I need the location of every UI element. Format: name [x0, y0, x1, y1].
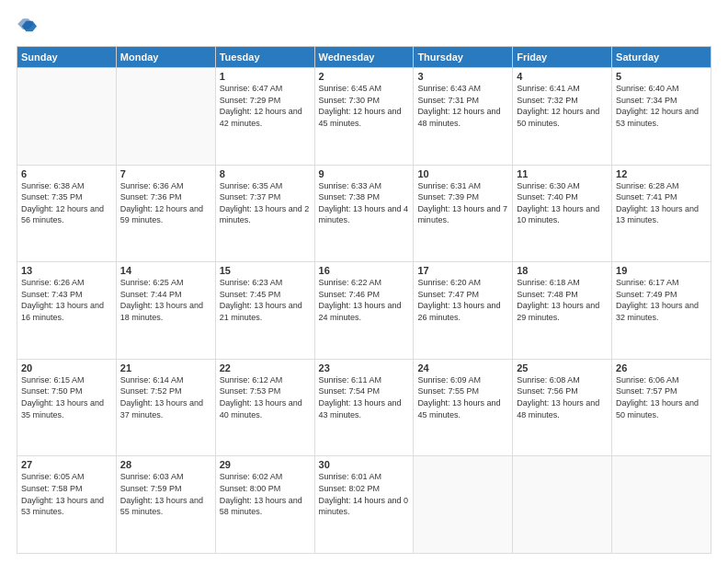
calendar-cell	[17, 68, 117, 166]
weekday-header-monday: Monday	[116, 47, 215, 68]
weekday-header-tuesday: Tuesday	[215, 47, 314, 68]
calendar-cell: 6Sunrise: 6:38 AMSunset: 7:35 PMDaylight…	[17, 165, 117, 262]
day-info: Sunrise: 6:35 AMSunset: 7:37 PMDaylight:…	[220, 180, 311, 226]
day-number: 24	[417, 362, 508, 373]
calendar-cell: 2Sunrise: 6:45 AMSunset: 7:30 PMDaylight…	[314, 68, 414, 166]
logo	[17, 17, 39, 37]
calendar-cell: 21Sunrise: 6:14 AMSunset: 7:52 PMDayligh…	[116, 359, 215, 456]
day-number: 26	[616, 362, 707, 373]
day-number: 29	[220, 459, 311, 470]
weekday-header-row: SundayMondayTuesdayWednesdayThursdayFrid…	[17, 47, 711, 68]
calendar-cell: 12Sunrise: 6:28 AMSunset: 7:41 PMDayligh…	[612, 165, 711, 262]
calendar-cell: 20Sunrise: 6:15 AMSunset: 7:50 PMDayligh…	[17, 359, 117, 456]
day-info: Sunrise: 6:33 AMSunset: 7:38 PMDaylight:…	[319, 180, 410, 226]
day-info: Sunrise: 6:12 AMSunset: 7:53 PMDaylight:…	[220, 374, 311, 420]
day-info: Sunrise: 6:17 AMSunset: 7:49 PMDaylight:…	[616, 277, 707, 323]
calendar-cell: 1Sunrise: 6:47 AMSunset: 7:29 PMDaylight…	[215, 68, 314, 166]
calendar-cell: 17Sunrise: 6:20 AMSunset: 7:47 PMDayligh…	[414, 262, 513, 360]
calendar-cell: 3Sunrise: 6:43 AMSunset: 7:31 PMDaylight…	[414, 68, 513, 166]
day-number: 23	[319, 362, 410, 373]
day-info: Sunrise: 6:14 AMSunset: 7:52 PMDaylight:…	[120, 374, 211, 420]
day-number: 28	[120, 459, 211, 470]
calendar-cell: 18Sunrise: 6:18 AMSunset: 7:48 PMDayligh…	[513, 262, 612, 360]
calendar-cell: 23Sunrise: 6:11 AMSunset: 7:54 PMDayligh…	[314, 359, 414, 456]
week-row-2: 6Sunrise: 6:38 AMSunset: 7:35 PMDaylight…	[17, 165, 711, 262]
day-info: Sunrise: 6:20 AMSunset: 7:47 PMDaylight:…	[417, 277, 508, 323]
day-info: Sunrise: 6:05 AMSunset: 7:58 PMDaylight:…	[21, 471, 112, 517]
calendar-cell: 30Sunrise: 6:01 AMSunset: 8:02 PMDayligh…	[314, 456, 414, 554]
day-number: 17	[417, 265, 508, 276]
day-number: 30	[319, 459, 410, 470]
calendar-cell: 29Sunrise: 6:02 AMSunset: 8:00 PMDayligh…	[215, 456, 314, 554]
calendar-cell: 22Sunrise: 6:12 AMSunset: 7:53 PMDayligh…	[215, 359, 314, 456]
day-number: 3	[417, 71, 508, 82]
calendar-cell: 4Sunrise: 6:41 AMSunset: 7:32 PMDaylight…	[513, 68, 612, 166]
calendar-cell: 24Sunrise: 6:09 AMSunset: 7:55 PMDayligh…	[414, 359, 513, 456]
day-number: 18	[517, 265, 608, 276]
day-info: Sunrise: 6:03 AMSunset: 7:59 PMDaylight:…	[120, 471, 211, 517]
calendar-cell: 13Sunrise: 6:26 AMSunset: 7:43 PMDayligh…	[17, 262, 117, 360]
calendar-cell: 14Sunrise: 6:25 AMSunset: 7:44 PMDayligh…	[116, 262, 215, 360]
day-number: 14	[120, 265, 211, 276]
calendar-cell: 11Sunrise: 6:30 AMSunset: 7:40 PMDayligh…	[513, 165, 612, 262]
day-number: 12	[616, 168, 707, 179]
calendar-cell: 15Sunrise: 6:23 AMSunset: 7:45 PMDayligh…	[215, 262, 314, 360]
calendar-cell: 8Sunrise: 6:35 AMSunset: 7:37 PMDaylight…	[215, 165, 314, 262]
day-info: Sunrise: 6:31 AMSunset: 7:39 PMDaylight:…	[417, 180, 508, 226]
week-row-1: 1Sunrise: 6:47 AMSunset: 7:29 PMDaylight…	[17, 68, 711, 166]
day-info: Sunrise: 6:38 AMSunset: 7:35 PMDaylight:…	[21, 180, 112, 226]
day-info: Sunrise: 6:45 AMSunset: 7:30 PMDaylight:…	[319, 83, 410, 129]
day-number: 4	[517, 71, 608, 82]
weekday-header-thursday: Thursday	[414, 47, 513, 68]
day-number: 20	[21, 362, 112, 373]
day-info: Sunrise: 6:18 AMSunset: 7:48 PMDaylight:…	[517, 277, 608, 323]
calendar-cell: 26Sunrise: 6:06 AMSunset: 7:57 PMDayligh…	[612, 359, 711, 456]
day-info: Sunrise: 6:40 AMSunset: 7:34 PMDaylight:…	[616, 83, 707, 129]
day-info: Sunrise: 6:01 AMSunset: 8:02 PMDaylight:…	[319, 471, 410, 517]
day-number: 9	[319, 168, 410, 179]
day-info: Sunrise: 6:23 AMSunset: 7:45 PMDaylight:…	[220, 277, 311, 323]
logo-icon	[17, 17, 37, 37]
day-number: 10	[417, 168, 508, 179]
calendar-cell: 16Sunrise: 6:22 AMSunset: 7:46 PMDayligh…	[314, 262, 414, 360]
day-number: 25	[517, 362, 608, 373]
day-info: Sunrise: 6:08 AMSunset: 7:56 PMDaylight:…	[517, 374, 608, 420]
day-number: 11	[517, 168, 608, 179]
calendar-cell: 19Sunrise: 6:17 AMSunset: 7:49 PMDayligh…	[612, 262, 711, 360]
day-info: Sunrise: 6:11 AMSunset: 7:54 PMDaylight:…	[319, 374, 410, 420]
day-number: 13	[21, 265, 112, 276]
week-row-5: 27Sunrise: 6:05 AMSunset: 7:58 PMDayligh…	[17, 456, 711, 554]
calendar-cell	[513, 456, 612, 554]
day-info: Sunrise: 6:22 AMSunset: 7:46 PMDaylight:…	[319, 277, 410, 323]
day-number: 2	[319, 71, 410, 82]
week-row-4: 20Sunrise: 6:15 AMSunset: 7:50 PMDayligh…	[17, 359, 711, 456]
day-number: 7	[120, 168, 211, 179]
weekday-header-friday: Friday	[513, 47, 612, 68]
calendar-cell: 28Sunrise: 6:03 AMSunset: 7:59 PMDayligh…	[116, 456, 215, 554]
calendar-cell	[414, 456, 513, 554]
day-info: Sunrise: 6:02 AMSunset: 8:00 PMDaylight:…	[220, 471, 311, 517]
day-info: Sunrise: 6:47 AMSunset: 7:29 PMDaylight:…	[220, 83, 311, 129]
weekday-header-sunday: Sunday	[17, 47, 117, 68]
day-number: 27	[21, 459, 112, 470]
calendar-cell	[612, 456, 711, 554]
day-number: 1	[220, 71, 311, 82]
weekday-header-saturday: Saturday	[612, 47, 711, 68]
calendar-table: SundayMondayTuesdayWednesdayThursdayFrid…	[17, 46, 711, 554]
day-number: 15	[220, 265, 311, 276]
day-number: 5	[616, 71, 707, 82]
calendar-cell: 7Sunrise: 6:36 AMSunset: 7:36 PMDaylight…	[116, 165, 215, 262]
day-info: Sunrise: 6:15 AMSunset: 7:50 PMDaylight:…	[21, 374, 112, 420]
day-number: 8	[220, 168, 311, 179]
day-info: Sunrise: 6:30 AMSunset: 7:40 PMDaylight:…	[517, 180, 608, 226]
week-row-3: 13Sunrise: 6:26 AMSunset: 7:43 PMDayligh…	[17, 262, 711, 360]
day-number: 16	[319, 265, 410, 276]
day-info: Sunrise: 6:36 AMSunset: 7:36 PMDaylight:…	[120, 180, 211, 226]
calendar-cell: 10Sunrise: 6:31 AMSunset: 7:39 PMDayligh…	[414, 165, 513, 262]
page-header	[17, 17, 711, 37]
day-number: 22	[220, 362, 311, 373]
calendar-cell: 9Sunrise: 6:33 AMSunset: 7:38 PMDaylight…	[314, 165, 414, 262]
day-number: 21	[120, 362, 211, 373]
day-number: 6	[21, 168, 112, 179]
calendar-cell: 25Sunrise: 6:08 AMSunset: 7:56 PMDayligh…	[513, 359, 612, 456]
